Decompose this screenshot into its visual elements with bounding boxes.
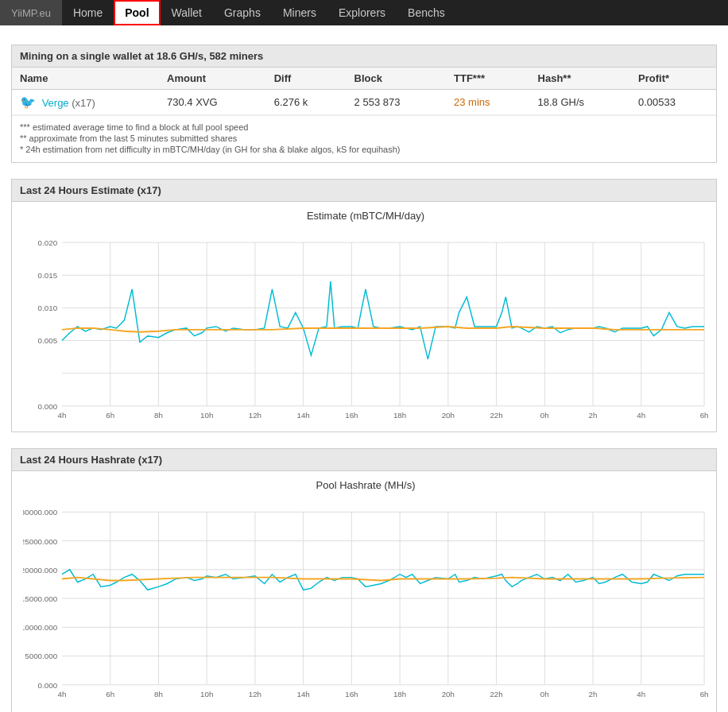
nav-pool[interactable]: Pool [114,0,160,25]
svg-text:10000.000: 10000.000 [23,623,58,632]
hashrate-chart-container: Pool Hashrate (MH/s) 30000.000 25000.000… [12,471,716,712]
estimate-chart-title: Estimate (mBTC/MH/day) [23,210,708,222]
svg-text:16h: 16h [345,690,358,698]
col-block: Block [347,68,446,90]
svg-text:10h: 10h [200,690,213,698]
estimate-section-title: Last 24 Hours Estimate (x17) [20,184,161,196]
svg-text:20h: 20h [442,690,455,698]
col-amount: Amount [159,68,266,90]
table-row: 🐦 Verge (x17) 730.4 XVG 6.276 k 2 553 87… [12,90,716,115]
footnotes: *** estimated average time to find a blo… [12,115,716,162]
nav-graphs[interactable]: Graphs [213,0,272,25]
verge-icon: 🐦 [20,95,36,109]
svg-text:6h: 6h [700,411,708,420]
hashrate-chart-title: Pool Hashrate (MH/s) [23,479,708,491]
svg-text:4h: 4h [58,690,67,698]
nav-explorers[interactable]: Explorers [327,0,397,25]
svg-text:14h: 14h [296,690,309,698]
svg-text:0.000: 0.000 [38,681,58,690]
hashrate-chart-svg: 30000.000 25000.000 20000.000 15000.000 … [23,494,708,709]
svg-text:16h: 16h [345,411,358,420]
navigation: YiiMP.eu Home Pool Wallet Graphs Miners … [0,0,728,25]
svg-text:22h: 22h [490,411,502,420]
hashrate-section-title: Last 24 Hours Hashrate (x17) [20,454,162,466]
svg-text:18h: 18h [393,411,406,420]
svg-text:6h: 6h [700,690,708,698]
col-ttf: TTF*** [446,68,530,90]
verge-multiplier: (x17) [72,97,95,109]
footnote-2: ** approximate from the last 5 minutes s… [20,134,708,143]
estimate-chart-section: Last 24 Hours Estimate (x17) Estimate (m… [11,179,717,432]
footnote-1: *** estimated average time to find a blo… [20,122,708,132]
cell-hash: 18.8 GH/s [530,90,630,115]
col-name: Name [12,68,159,90]
svg-text:20h: 20h [442,411,455,420]
cell-diff: 6.276 k [266,90,347,115]
nav-home[interactable]: Home [62,0,114,25]
svg-text:10h: 10h [200,411,213,420]
svg-text:0.010: 0.010 [38,304,58,312]
svg-text:25000.000: 25000.000 [23,537,58,546]
hashrate-chart-section: Last 24 Hours Hashrate (x17) Pool Hashra… [11,448,717,712]
svg-text:4h: 4h [637,411,645,420]
mining-title: Mining on a single wallet at 18.6 GH/s, … [20,50,263,62]
cell-name: 🐦 Verge (x17) [12,90,159,115]
nav-miners[interactable]: Miners [272,0,327,25]
svg-text:6h: 6h [106,690,114,698]
svg-text:20000.000: 20000.000 [23,566,58,575]
hashrate-section-header: Last 24 Hours Hashrate (x17) [12,449,716,471]
col-profit: Profit* [630,68,716,90]
svg-text:2h: 2h [589,411,598,420]
svg-text:2h: 2h [589,690,598,698]
svg-text:6h: 6h [106,411,114,420]
svg-text:8h: 8h [154,411,163,420]
mining-table: Name Amount Diff Block TTF*** Hash** Pro… [12,68,716,115]
mining-table-section: Mining on a single wallet at 18.6 GH/s, … [11,44,717,163]
verge-name: Verge [42,97,69,109]
nav-benchs[interactable]: Benchs [397,0,456,25]
svg-text:0.015: 0.015 [38,271,58,280]
svg-text:12h: 12h [249,690,261,698]
cell-profit: 0.00533 [630,90,716,115]
nav-wallet[interactable]: Wallet [161,0,213,25]
svg-text:4h: 4h [58,411,67,420]
svg-text:15000.000: 15000.000 [23,594,58,603]
svg-text:0h: 0h [540,690,549,698]
table-header-row: Name Amount Diff Block TTF*** Hash** Pro… [12,68,716,90]
svg-text:0.005: 0.005 [38,336,58,345]
verge-link[interactable]: Verge (x17) [42,97,95,109]
cell-amount: 730.4 XVG [159,90,266,115]
svg-text:0.020: 0.020 [38,238,58,247]
cell-block: 2 553 873 [347,90,446,115]
svg-text:22h: 22h [490,690,502,698]
svg-text:30000.000: 30000.000 [23,508,58,517]
svg-text:0h: 0h [540,411,549,420]
svg-text:5000.000: 5000.000 [25,652,57,660]
svg-text:0.000: 0.000 [38,402,58,411]
col-hash: Hash** [530,68,630,90]
svg-text:12h: 12h [249,411,261,420]
svg-text:8h: 8h [154,690,163,698]
svg-text:18h: 18h [393,690,406,698]
estimate-section-header: Last 24 Hours Estimate (x17) [12,180,716,202]
svg-text:14h: 14h [296,411,309,420]
nav-brand[interactable]: YiiMP.eu [0,0,62,25]
cell-ttf: 23 mins [446,90,530,115]
estimate-chart-svg: 0.020 0.015 0.010 0.005 0.000 4h 6h 8h 1… [23,225,708,424]
mining-section-header: Mining on a single wallet at 18.6 GH/s, … [12,45,716,68]
svg-text:4h: 4h [637,690,645,698]
estimate-chart-container: Estimate (mBTC/MH/day) 0.020 0.015 0.010… [12,202,716,431]
footnote-3: * 24h estimation from net difficulty in … [20,145,708,154]
col-diff: Diff [266,68,347,90]
main-content: Mining on a single wallet at 18.6 GH/s, … [0,25,728,712]
